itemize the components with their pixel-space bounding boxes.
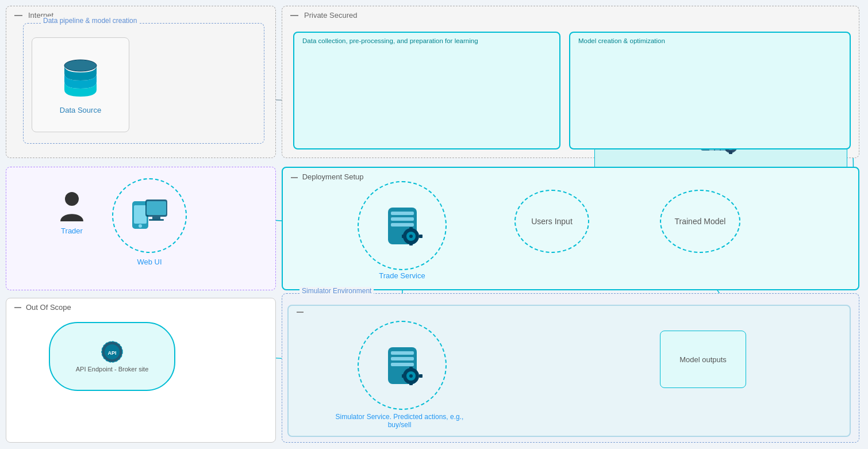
- webui-label: Web UI: [112, 258, 187, 266]
- trade-service-icon: [379, 203, 425, 249]
- api-icon: API: [98, 340, 126, 363]
- trade-service-node: [358, 181, 447, 270]
- svg-point-62: [409, 374, 413, 378]
- svg-rect-36: [391, 223, 414, 227]
- users-input-node: Users Input: [514, 190, 589, 253]
- datasource-label: Data Source: [60, 106, 101, 114]
- svg-rect-41: [409, 242, 413, 245]
- svg-rect-58: [391, 357, 414, 360]
- webui-icon: [129, 198, 170, 233]
- svg-rect-21: [729, 151, 732, 154]
- svg-rect-46: [134, 205, 147, 224]
- pipeline-label: Data pipeline & model creation: [41, 17, 139, 25]
- trader-icon: [57, 190, 86, 224]
- svg-rect-35: [391, 217, 414, 221]
- private-label: Private Secured: [290, 11, 358, 20]
- simulator-service-label: Simulator Service. Predicted actions, e.…: [333, 413, 466, 429]
- svg-rect-42: [402, 235, 405, 238]
- trade-service-label: Trade Service: [358, 271, 447, 280]
- datasource-box: Data Source: [32, 37, 129, 132]
- svg-rect-34: [391, 212, 414, 215]
- svg-point-47: [139, 224, 142, 228]
- trader-label: Trader: [61, 227, 83, 235]
- svg-rect-65: [402, 374, 405, 378]
- trained-model-label: Trained Model: [675, 217, 726, 226]
- svg-rect-66: [419, 374, 423, 378]
- svg-rect-51: [149, 219, 164, 221]
- deployment-label: Deployment Setup: [291, 172, 364, 181]
- model-outputs-label: Model outputs: [679, 355, 727, 364]
- svg-rect-59: [391, 363, 414, 366]
- simulator-service-node: [358, 321, 447, 410]
- trained-model-node: Trained Model: [660, 190, 740, 253]
- model-outputs-node: Model outputs: [660, 331, 746, 388]
- api-endpoint-label: API Endpoint - Broker site: [76, 366, 149, 373]
- database-icon: [57, 55, 103, 101]
- svg-rect-63: [409, 367, 413, 370]
- simulator-env-label: Simulator Environment: [299, 287, 374, 295]
- data-collection-box: Data collection, pre-processing, and pre…: [293, 32, 560, 149]
- svg-rect-57: [391, 351, 414, 355]
- svg-rect-49: [147, 201, 166, 215]
- svg-rect-43: [419, 235, 423, 238]
- api-endpoint-node: API API Endpoint - Broker site: [49, 322, 175, 391]
- datacoll-label: Data collection, pre-processing, and pre…: [302, 37, 478, 44]
- diagram-container: Internet Data pipeline & model creation …: [0, 0, 868, 449]
- svg-text:API: API: [107, 350, 116, 356]
- svg-rect-64: [409, 382, 413, 385]
- webui-node: [112, 178, 187, 253]
- simulator-service-icon: [379, 343, 425, 389]
- users-input-label: Users Input: [531, 217, 573, 226]
- svg-point-39: [409, 235, 413, 238]
- modelcreation-label: Model creation & optimization: [578, 37, 665, 44]
- trader-container: Trader: [57, 190, 86, 235]
- outofscope-label: Out Of Scope: [14, 303, 71, 312]
- svg-point-44: [65, 192, 79, 206]
- svg-rect-40: [409, 227, 413, 231]
- model-creation-box: Model creation & optimization Build an A…: [569, 32, 851, 149]
